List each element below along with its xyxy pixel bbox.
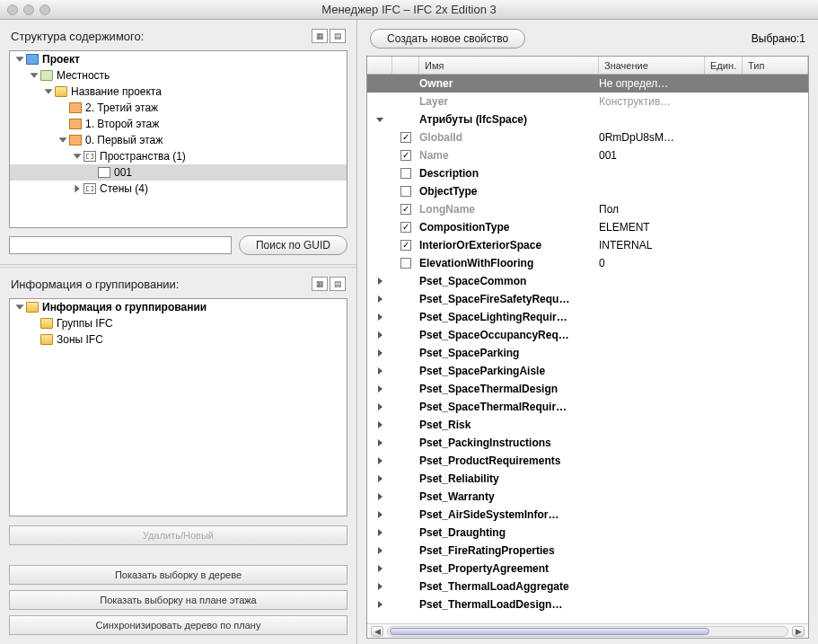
tree-row[interactable]: Местность bbox=[10, 67, 347, 84]
expander-closed-icon[interactable] bbox=[378, 547, 383, 554]
expander-closed-icon[interactable] bbox=[378, 313, 383, 321]
expander-closed-icon[interactable] bbox=[378, 529, 383, 536]
grouping-expand-icon[interactable]: ▦ bbox=[312, 277, 328, 291]
attribute-row[interactable]: ElevationWithFlooring0 bbox=[367, 254, 808, 272]
pset-row[interactable]: Pset_SpaceThermalDesign bbox=[367, 380, 808, 398]
pset-row[interactable]: Pset_Warranty bbox=[367, 488, 808, 506]
expander-closed-icon[interactable] bbox=[378, 331, 383, 339]
expander-closed-icon[interactable] bbox=[378, 278, 383, 285]
attribute-row[interactable]: Description bbox=[367, 164, 808, 182]
pset-row[interactable]: Pset_AirSideSystemInfor… bbox=[367, 506, 808, 524]
disclosure-triangle-icon[interactable] bbox=[15, 55, 24, 64]
delete-new-button[interactable]: Удалить/Новый bbox=[9, 525, 347, 545]
expander-open-icon[interactable] bbox=[376, 118, 383, 122]
disclosure-triangle-icon[interactable] bbox=[58, 136, 67, 145]
guid-search-input[interactable] bbox=[9, 236, 232, 254]
tree-row[interactable]: Стены (4) bbox=[10, 181, 347, 197]
horizontal-scrollbar[interactable]: ◀ ▶ bbox=[367, 623, 808, 638]
disclosure-triangle-icon[interactable] bbox=[15, 303, 24, 312]
attribute-checkbox[interactable] bbox=[400, 204, 411, 215]
disclosure-triangle-icon[interactable] bbox=[73, 184, 82, 193]
expander-closed-icon[interactable] bbox=[378, 601, 383, 608]
col-checkbox[interactable] bbox=[392, 57, 419, 74]
tree-row[interactable]: 1. Второй этаж bbox=[10, 116, 347, 132]
attribute-row[interactable]: Name001 bbox=[367, 146, 808, 164]
pset-row[interactable]: Pset_SpaceLightingRequir… bbox=[367, 308, 808, 326]
property-value[interactable]: ELEMENT bbox=[599, 221, 650, 234]
show-in-tree-button[interactable]: Показать выборку в дереве bbox=[9, 565, 347, 585]
property-value[interactable]: 0RmDpU8sM… bbox=[599, 131, 674, 144]
col-type[interactable]: Тип bbox=[743, 57, 808, 74]
tree-row[interactable]: Группы IFC bbox=[10, 315, 347, 331]
disclosure-triangle-icon[interactable] bbox=[44, 87, 53, 96]
tree-row[interactable]: Пространства (1) bbox=[10, 148, 347, 164]
pset-row[interactable]: Pset_SpaceParkingAisle bbox=[367, 362, 808, 380]
attribute-row[interactable]: InteriorOrExteriorSpaceINTERNAL bbox=[367, 236, 808, 254]
pset-row[interactable]: Pset_SpaceCommon bbox=[367, 272, 808, 290]
tree-row[interactable]: Информация о группировании bbox=[10, 299, 347, 315]
expander-closed-icon[interactable] bbox=[378, 457, 383, 464]
pset-row[interactable]: Pset_SpaceFireSafetyRequ… bbox=[367, 290, 808, 308]
grouping-collapse-icon[interactable]: ▤ bbox=[330, 277, 346, 291]
property-value[interactable]: INTERNAL bbox=[599, 239, 652, 251]
grid-body[interactable]: OwnerНе определ…LayerКонструктив…Атрибут… bbox=[367, 75, 808, 623]
col-expander[interactable] bbox=[367, 57, 392, 74]
expander-closed-icon[interactable] bbox=[378, 439, 383, 446]
scroll-thumb[interactable] bbox=[390, 628, 709, 635]
attribute-checkbox[interactable] bbox=[400, 132, 411, 143]
expander-closed-icon[interactable] bbox=[378, 367, 383, 375]
attribute-checkbox[interactable] bbox=[400, 168, 411, 179]
attribute-row[interactable]: GlobalId0RmDpU8sM… bbox=[367, 128, 808, 146]
attribute-checkbox[interactable] bbox=[400, 222, 411, 233]
disclosure-triangle-icon[interactable] bbox=[73, 152, 82, 161]
pset-row[interactable]: Pset_Risk bbox=[367, 416, 808, 434]
pset-row[interactable]: Pset_ThermalLoadAggregate bbox=[367, 578, 808, 595]
expander-closed-icon[interactable] bbox=[378, 385, 383, 393]
pset-row[interactable]: Pset_SpaceOccupancyReq… bbox=[367, 326, 808, 344]
grouping-tree[interactable]: Информация о группированииГруппы IFCЗоны… bbox=[9, 298, 347, 516]
expand-all-icon[interactable]: ▦ bbox=[312, 29, 328, 43]
expander-closed-icon[interactable] bbox=[378, 296, 383, 303]
show-on-plan-button[interactable]: Показать выборку на плане этажа bbox=[9, 590, 347, 610]
tree-row[interactable]: Зоны IFC bbox=[10, 331, 347, 348]
expander-closed-icon[interactable] bbox=[378, 421, 383, 428]
collapse-all-icon[interactable]: ▤ bbox=[330, 29, 346, 43]
attribute-checkbox[interactable] bbox=[400, 240, 411, 251]
section-row[interactable]: Атрибуты (IfcSpace) bbox=[367, 110, 808, 128]
expander-closed-icon[interactable] bbox=[378, 403, 383, 410]
attribute-checkbox[interactable] bbox=[400, 258, 411, 269]
attribute-row[interactable]: LongNameПол bbox=[367, 200, 808, 218]
scroll-left-icon[interactable]: ◀ bbox=[371, 626, 383, 637]
tree-row[interactable]: 001 bbox=[10, 164, 347, 181]
scroll-right-icon[interactable]: ▶ bbox=[792, 626, 805, 637]
pset-row[interactable]: Pset_ThermalLoadDesign… bbox=[367, 595, 808, 613]
pset-row[interactable]: Pset_SpaceParking bbox=[367, 344, 808, 362]
tree-row[interactable]: Название проекта bbox=[10, 84, 347, 100]
pset-row[interactable]: Pset_Draughting bbox=[367, 524, 808, 542]
property-value[interactable]: 001 bbox=[599, 149, 617, 162]
col-name[interactable]: Имя bbox=[419, 57, 599, 74]
sync-tree-button[interactable]: Синхронизировать дерево по плану bbox=[9, 615, 347, 635]
info-row[interactable]: OwnerНе определ… bbox=[367, 75, 808, 93]
info-row[interactable]: LayerКонструктив… bbox=[367, 93, 808, 110]
guid-search-button[interactable]: Поиск по GUID bbox=[239, 235, 347, 255]
attribute-checkbox[interactable] bbox=[400, 150, 411, 161]
pset-row[interactable]: Pset_SpaceThermalRequir… bbox=[367, 398, 808, 416]
pset-row[interactable]: Pset_PackingInstructions bbox=[367, 434, 808, 452]
create-property-button[interactable]: Создать новое свойство bbox=[370, 29, 525, 49]
col-unit[interactable]: Един. bbox=[705, 57, 743, 74]
expander-closed-icon[interactable] bbox=[378, 583, 383, 590]
tree-row[interactable]: Проект bbox=[10, 51, 347, 67]
attribute-checkbox[interactable] bbox=[400, 186, 411, 197]
expander-closed-icon[interactable] bbox=[378, 511, 383, 518]
tree-row[interactable]: 0. Первый этаж bbox=[10, 132, 347, 148]
pset-row[interactable]: Pset_ProductRequirements bbox=[367, 452, 808, 470]
scroll-track[interactable] bbox=[387, 626, 788, 637]
attribute-row[interactable]: ObjectType bbox=[367, 182, 808, 200]
expander-closed-icon[interactable] bbox=[378, 475, 383, 482]
expander-closed-icon[interactable] bbox=[378, 565, 383, 572]
tree-row[interactable]: 2. Третий этаж bbox=[10, 100, 347, 116]
col-value[interactable]: Значение bbox=[599, 57, 705, 74]
property-value[interactable]: Пол bbox=[599, 203, 619, 216]
pset-row[interactable]: Pset_FireRatingProperties bbox=[367, 542, 808, 560]
